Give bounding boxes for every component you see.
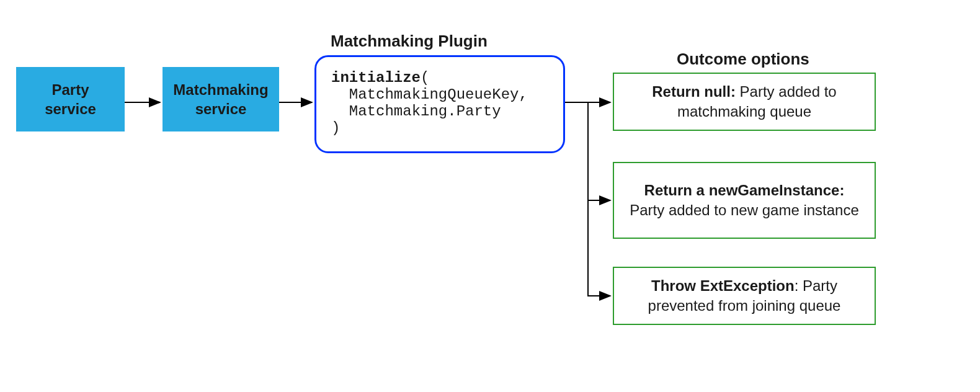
plugin-arg1: MatchmakingQueueKey,	[331, 86, 548, 103]
plugin-fn-name: initialize	[331, 69, 421, 86]
arrow-plugin-to-outcome2	[588, 102, 610, 200]
outcome-3-text: Throw ExtException: Party prevented from…	[625, 276, 863, 316]
party-service-box: Party service	[16, 67, 125, 131]
plugin-paren-open: (	[421, 69, 429, 86]
matchmaking-plugin-box: initialize( MatchmakingQueueKey, Matchma…	[314, 55, 565, 153]
outcome-options-title: Outcome options	[677, 50, 809, 69]
outcome-2-text: Return a newGameInstance: Party added to…	[625, 180, 863, 221]
plugin-fn-line: initialize(	[331, 68, 548, 86]
outcome-throw-exception-box: Throw ExtException: Party prevented from…	[613, 267, 876, 325]
plugin-arg2: Matchmaking.Party	[331, 103, 548, 120]
matchmaking-plugin-title: Matchmaking Plugin	[331, 32, 488, 51]
outcome-new-game-instance-box: Return a newGameInstance: Party added to…	[613, 162, 876, 239]
plugin-paren-close: )	[331, 120, 548, 136]
outcome-1-text: Return null: Party added to matchmaking …	[625, 82, 863, 122]
matchmaking-service-box: Matchmaking service	[163, 67, 279, 131]
matchmaking-service-label: Matchmaking service	[173, 80, 268, 118]
outcome-return-null-box: Return null: Party added to matchmaking …	[613, 73, 876, 131]
party-service-label: Party service	[45, 80, 96, 118]
arrow-plugin-to-outcome3	[588, 200, 610, 296]
